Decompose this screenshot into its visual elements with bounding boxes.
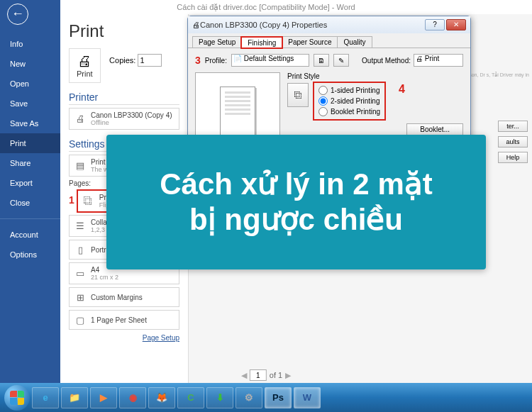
printer-status: Offline <box>91 119 174 126</box>
taskbar-settings-icon[interactable]: ⚙ <box>235 387 262 408</box>
booklet-button[interactable]: Booklet... <box>406 123 463 135</box>
dialog-tabs: Page SetupFinishingPaper SourceQuality <box>188 33 470 48</box>
pages-per-sheet-selector[interactable]: ▢ 1 Page Per Sheet <box>69 310 179 330</box>
printer-section-title: Printer <box>69 91 179 105</box>
duplex-icon: ⿻ <box>82 195 95 208</box>
taskbar-ie-icon[interactable]: e <box>32 387 59 408</box>
output-method-label: Output Method: <box>362 57 411 65</box>
profile-edit-button[interactable]: ✎ <box>333 54 349 67</box>
tab-paper-source[interactable]: Paper Source <box>282 36 338 48</box>
tab-finishing[interactable]: Finishing <box>241 37 282 48</box>
taskbar-explorer-icon[interactable]: 📁 <box>61 387 88 408</box>
radio-2-sided-printing[interactable]: 2-sided Printing <box>318 96 380 106</box>
print-style-label: Print Style <box>287 72 463 80</box>
dialog-button-ter[interactable]: ter... <box>498 121 528 132</box>
printer-name: Canon LBP3300 (Copy 4) <box>91 111 174 119</box>
radio-booklet-printing[interactable]: Booklet Printing <box>318 106 380 117</box>
profile-select[interactable]: 📄 Default Settings <box>231 54 309 67</box>
sidebar-item-open[interactable]: Open <box>0 74 60 94</box>
dialog-printer-icon: 🖨 <box>192 21 200 29</box>
taskbar-firefox-icon[interactable]: 🦊 <box>148 387 175 408</box>
dialog-help-button[interactable]: ? <box>425 19 445 30</box>
taskbar-word-icon[interactable]: W <box>294 387 321 408</box>
pages-label: Pages: <box>69 179 91 187</box>
margins-label: Custom Margins <box>91 294 174 301</box>
marker-3: 3 <box>195 55 201 66</box>
document-icon: ▤ <box>74 160 87 172</box>
dialog-button-Help[interactable]: Help <box>498 152 528 163</box>
output-method-select[interactable]: 🖨 Print <box>414 54 463 67</box>
taskbar-download-icon[interactable]: ⬇ <box>206 387 233 408</box>
sidebar-item-share[interactable]: Share <box>0 153 60 173</box>
printer-selector[interactable]: 🖨 Canon LBP3300 (Copy 4) Offline <box>69 108 179 130</box>
prev-page-icon[interactable]: ◀ <box>241 371 247 380</box>
sidebar-item-new[interactable]: New <box>0 54 60 74</box>
sidebar-item-options[interactable]: Options <box>0 245 60 265</box>
sidebar-item-close[interactable]: Close <box>0 193 60 213</box>
tab-page-setup[interactable]: Page Setup <box>192 36 242 48</box>
dialog-button-aults[interactable]: aults <box>498 136 528 147</box>
dialog-titlebar[interactable]: 🖨 Canon LBP3300 (Copy 4) Properties ? ✕ <box>188 16 470 33</box>
taskbar-wmp-icon[interactable]: ▶ <box>90 387 117 408</box>
printer-icon: 🖨 <box>74 113 87 126</box>
windows-taskbar: e📁▶◉🦊C⬇⚙PsW <box>0 383 532 412</box>
taskbar-chrome-icon[interactable]: ◉ <box>119 387 146 408</box>
print-style-icon[interactable]: ⿻ <box>287 83 309 107</box>
print-button[interactable]: 🖨 Print <box>69 48 101 83</box>
margins-selector[interactable]: ⊞ Custom Margins <box>69 287 179 307</box>
sidebar-item-save-as[interactable]: Save As <box>0 113 60 133</box>
taskbar-coccoc-icon[interactable]: C <box>177 387 204 408</box>
backstage-sidebar: InfoNewOpenSaveSave AsPrintShareExportCl… <box>0 0 60 383</box>
tab-quality[interactable]: Quality <box>337 36 372 48</box>
collate-icon: ☰ <box>74 220 87 233</box>
printer-icon: 🖨 <box>77 53 93 69</box>
page-setup-link[interactable]: Page Setup <box>69 334 179 342</box>
print-button-label: Print <box>77 69 93 78</box>
title-overlay: Cách xử lý in 2 mặtbị ngược chiều <box>106 135 486 269</box>
page-total: of 1 <box>270 371 282 379</box>
marker-1: 1 <box>69 194 74 206</box>
margins-icon: ⊞ <box>74 291 87 304</box>
copies-input[interactable] <box>138 54 162 67</box>
pages-per-sheet-label: 1 Page Per Sheet <box>91 316 174 324</box>
sidebar-item-account[interactable]: Account <box>0 225 60 245</box>
preview-paginator: ◀ of 1 ▶ <box>241 369 291 381</box>
profile-add-button[interactable]: 🗎 <box>314 54 329 67</box>
taskbar-photoshop-icon[interactable]: Ps <box>265 387 292 408</box>
marker-4: 4 <box>399 83 405 96</box>
dialog-title: Canon LBP3300 (Copy 4) Properties <box>200 21 425 29</box>
back-arrow-icon[interactable]: ← <box>7 4 28 25</box>
next-page-icon[interactable]: ▶ <box>285 371 291 380</box>
start-button[interactable] <box>4 385 30 411</box>
print-title: Print <box>69 21 179 41</box>
word-window-title: Cách cài đặt driver.doc [Compatibility M… <box>0 0 532 14</box>
sidebar-item-save[interactable]: Save <box>0 94 60 113</box>
print-style-radio-group: 1-sided Printing2-sided PrintingBooklet … <box>314 83 384 119</box>
sheet-icon: ▢ <box>74 313 87 326</box>
dialog-close-button[interactable]: ✕ <box>446 19 466 30</box>
paper-size-sub: 21 cm x 2 <box>91 274 174 281</box>
copies-label: Copies: <box>109 56 135 65</box>
sidebar-item-print[interactable]: Print <box>0 133 60 153</box>
sidebar-item-info[interactable]: Info <box>0 34 60 54</box>
dialog-side-buttons: ter...aultsHelp <box>498 121 528 163</box>
page-number-input[interactable] <box>250 369 267 381</box>
profile-label: Profile: <box>205 57 227 65</box>
page-icon: ▭ <box>74 267 87 280</box>
portrait-icon: ▯ <box>74 243 87 256</box>
sidebar-item-export[interactable]: Export <box>0 173 60 193</box>
radio-1-sided-printing[interactable]: 1-sided Printing <box>318 85 380 96</box>
